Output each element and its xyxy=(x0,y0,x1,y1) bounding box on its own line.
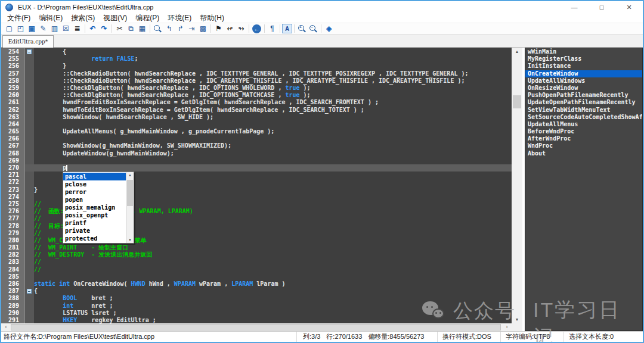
function-item-SetViewTabWidthMenuText[interactable]: SetViewTabWidthMenuText xyxy=(525,107,642,114)
autocomplete-scrollbar[interactable]: ▲ ▼ xyxy=(126,172,134,243)
function-item-PushOpenPathFilenameRecently[interactable]: PushOpenPathFilenameRecently xyxy=(525,92,642,99)
undo-icon[interactable]: ↶ xyxy=(87,24,98,34)
code-line[interactable]: 287{ xyxy=(1,288,512,295)
editor-horizontal-scrollbar[interactable]: ‹ › xyxy=(1,323,512,331)
function-item-UpdateAllMenus[interactable]: UpdateAllMenus xyxy=(525,121,642,128)
save-copy-icon[interactable]: ▥ xyxy=(49,24,60,34)
menu-item-v[interactable]: 视图(V) xyxy=(99,13,131,23)
code-line[interactable]: 265 UpdateAllMenus( g_hwndMainWindow , g… xyxy=(1,128,512,135)
code-line[interactable]: 285 xyxy=(1,273,512,280)
tab-editultra-cpp[interactable]: EditUltra.cpp* xyxy=(2,35,54,48)
goto-line-icon[interactable]: ⇥ xyxy=(186,24,197,34)
function-item-UpdateOpenPathFilenameRecently[interactable]: UpdateOpenPathFilenameRecently xyxy=(525,99,642,106)
function-item-SetSourceCodeAutoCompletedShowAf[interactable]: SetSourceCodeAutoCompletedShowAf xyxy=(525,114,642,121)
autocomplete-item-pascal[interactable]: pascal xyxy=(63,173,126,180)
function-item-About[interactable]: About xyxy=(525,150,642,157)
function-item-AfterWndProc[interactable]: AfterWndProc xyxy=(525,135,642,142)
function-item-OnCreateWindow[interactable]: OnCreateWindow xyxy=(525,70,642,77)
menu-item-s[interactable]: 搜索(S) xyxy=(67,13,99,23)
code-line[interactable]: 255 return FALSE; xyxy=(1,55,512,63)
previous-bookmark-icon[interactable]: ↫ xyxy=(224,24,236,34)
zoom-out-icon[interactable]: − xyxy=(308,24,319,34)
code-line[interactable]: 266 xyxy=(1,135,512,142)
menu-item-e[interactable]: 编辑(E) xyxy=(35,13,67,23)
autocomplete-item-posix_openpt[interactable]: posix_openpt xyxy=(63,211,126,219)
code-line[interactable]: 291 HKEY regkey_EditUltra ; xyxy=(1,317,512,323)
code-line[interactable]: 263 ShowWindow( hwndSearchReplace , SW_H… xyxy=(1,114,512,121)
menu-item-e[interactable]: 环境(E) xyxy=(163,13,196,23)
code-line[interactable]: 264 xyxy=(1,121,512,128)
bookmark-icon[interactable]: ⚑ xyxy=(213,24,224,34)
find-previous-icon[interactable]: ↰ xyxy=(163,24,175,34)
scroll-down-icon[interactable]: ▼ xyxy=(126,238,134,242)
find-next-icon[interactable]: ↱ xyxy=(175,24,186,34)
line-endings-icon[interactable]: ¶ xyxy=(267,24,278,34)
code-line[interactable]: 256 } xyxy=(1,63,512,70)
new-file-icon[interactable]: ▢ xyxy=(4,24,15,34)
code-line[interactable]: 259 ::CheckDlgButton( hwndSearchReplace … xyxy=(1,85,512,92)
code-line[interactable]: 269 xyxy=(1,157,512,164)
scroll-left-icon[interactable]: ‹ xyxy=(2,323,10,331)
open-file-icon[interactable]: ◰ xyxy=(15,24,26,34)
code-line[interactable]: 268 UpdateWindow(g_hwndMainWindow); xyxy=(1,150,512,157)
code-line[interactable]: 286static int OnCreateWindow( HWND hWnd … xyxy=(1,280,512,288)
code-line[interactable]: 290 LSTATUS lsret ; xyxy=(1,310,512,317)
autocomplete-item-pclose[interactable]: pclose xyxy=(63,180,126,188)
save-icon[interactable]: ▣ xyxy=(26,24,38,34)
autocomplete-item-printf[interactable]: printf xyxy=(63,219,126,227)
code-line[interactable]: 261 hwndFromEditBoxInSearchReplace = Get… xyxy=(1,99,512,106)
save-as-icon[interactable]: ✎ xyxy=(38,24,49,34)
maximize-button[interactable]: □ xyxy=(588,1,615,13)
redo-icon[interactable]: ↷ xyxy=(98,24,110,34)
about-icon[interactable]: ◈ xyxy=(323,24,335,34)
code-line[interactable]: 262 hwndToEditBoxInSearchReplace = GetDl… xyxy=(1,107,512,114)
code-line[interactable]: 270 p xyxy=(1,164,512,172)
function-item-UpdateAllWindows[interactable]: UpdateAllWindows xyxy=(525,77,642,85)
scrollbar-thumb[interactable] xyxy=(11,324,501,330)
scroll-up-icon[interactable]: ▲ xyxy=(512,49,522,54)
function-item-OnResizeWindow[interactable]: OnResizeWindow xyxy=(525,85,642,92)
editor-vertical-scrollbar[interactable]: ▲ ▼ xyxy=(512,48,522,323)
code-line[interactable]: 257 ::CheckRadioButton( hwndSearchReplac… xyxy=(1,70,512,77)
scroll-up-icon[interactable]: ▲ xyxy=(126,173,134,177)
menu-item-f[interactable]: 文件(F) xyxy=(3,13,35,23)
navigate-back-icon[interactable]: ← xyxy=(252,24,261,33)
close-button[interactable]: ✕ xyxy=(615,1,643,13)
code-line[interactable]: 254 { xyxy=(1,48,512,55)
code-line[interactable]: 289 int nret ; xyxy=(1,303,512,310)
function-item-wWinMain[interactable]: wWinMain xyxy=(525,48,642,55)
code-line[interactable]: 283// xyxy=(1,258,512,266)
copy-icon[interactable]: ⧉ xyxy=(125,24,137,34)
paste-icon[interactable]: ▦ xyxy=(137,24,148,34)
menu-item-p[interactable]: 编程(P) xyxy=(131,13,163,23)
scrollbar-thumb[interactable] xyxy=(513,95,521,108)
autocomplete-item-protected[interactable]: protected xyxy=(63,235,126,242)
autocomplete-item-posix_memalign[interactable]: posix_memalign xyxy=(63,204,126,211)
code-line[interactable]: 260 ::CheckDlgButton( hwndSearchReplace … xyxy=(1,92,512,99)
function-item-InitInstance[interactable]: InitInstance xyxy=(525,63,642,70)
find-icon[interactable] xyxy=(152,24,163,34)
cut-icon[interactable]: ✂ xyxy=(114,24,125,34)
autocomplete-item-perror[interactable]: perror xyxy=(63,188,126,196)
function-item-BeforeWndProc[interactable]: BeforeWndProc xyxy=(525,128,642,135)
code-line[interactable]: 258 ::CheckRadioButton( hwndSearchReplac… xyxy=(1,77,512,85)
fold-icon[interactable] xyxy=(27,289,32,294)
code-line[interactable]: 284// xyxy=(1,266,512,273)
function-item-WndProc[interactable]: WndProc xyxy=(525,142,642,149)
file-list-icon[interactable]: ≣ xyxy=(72,24,83,34)
syntax-highlight-icon[interactable]: A xyxy=(282,24,292,33)
scroll-right-icon[interactable]: › xyxy=(503,323,511,331)
autocomplete-item-popen[interactable]: popen xyxy=(63,196,126,204)
autocomplete-item-private[interactable]: private xyxy=(63,227,126,235)
replace-icon[interactable]: ▩ xyxy=(197,24,209,34)
zoom-in-icon[interactable]: + xyxy=(296,24,308,34)
code-line[interactable]: 267 ShowWindow(g_hwndMainWindow, SW_SHOW… xyxy=(1,142,512,149)
code-line[interactable]: 281// WM_PAINT - 绘制主窗口 xyxy=(1,244,512,251)
scroll-down-icon[interactable]: ▼ xyxy=(512,317,522,322)
code-line[interactable]: 282// WM_DESTROY - 发送退出消息并返回 xyxy=(1,251,512,258)
code-line[interactable]: 288 BOOL bret ; xyxy=(1,295,512,302)
close-file-icon[interactable]: ☒ xyxy=(60,24,72,34)
function-item-MyRegisterClass[interactable]: MyRegisterClass xyxy=(525,55,642,63)
minimize-button[interactable]: — xyxy=(561,1,588,13)
menu-item-h[interactable]: 帮助(H) xyxy=(196,13,228,23)
